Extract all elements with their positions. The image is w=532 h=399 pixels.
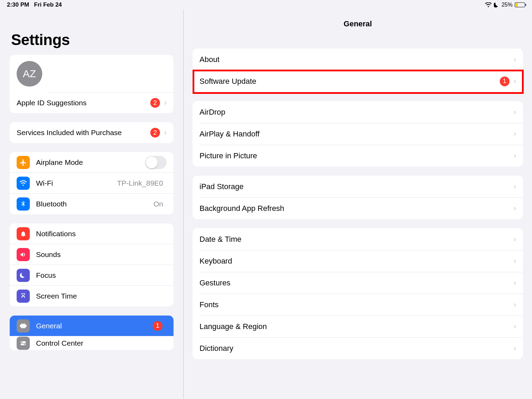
detail-title: General [193,10,523,48]
battery-pct: 25% [502,2,513,8]
switches-icon [17,337,30,350]
status-bar: 2:30 PM Fri Feb 24 25% [0,0,532,10]
fonts-row[interactable]: Fonts › [193,294,523,316]
storage-row[interactable]: iPad Storage › [193,176,523,197]
services-label: Services Included with Purchase [17,128,150,137]
chevron-right-icon: › [164,98,167,107]
bgrefresh-label: Background App Refresh [200,204,514,213]
dnd-moon-icon [494,2,499,8]
focus-label: Focus [36,271,167,280]
battery-icon [515,2,525,7]
dict-label: Dictionary [200,344,514,353]
datetime-row[interactable]: Date & Time › [193,228,523,250]
wifi-row[interactable]: Wi-Fi TP-Link_89E0 [10,173,174,194]
controlcenter-label: Control Center [36,339,167,347]
detail-group-about: About › Software Update 1 › [193,48,523,92]
airdrop-label: AirDrop [200,108,514,117]
controlcenter-row[interactable]: Control Center [10,336,174,350]
gear-icon [17,319,30,332]
general-card: General 1 Control Center [10,316,174,350]
chevron-right-icon: › [514,77,516,86]
wifi-icon [17,177,30,190]
gestures-label: Gestures [200,278,514,287]
pip-label: Picture in Picture [200,151,514,160]
wifi-icon [485,2,492,7]
fonts-label: Fonts [200,300,514,309]
lang-label: Language & Region [200,322,514,331]
chevron-right-icon: › [514,322,516,331]
notifications-row[interactable]: Notifications [10,223,174,244]
airdrop-row[interactable]: AirDrop › [193,101,523,123]
services-badge: 2 [150,128,160,138]
keyboard-label: Keyboard [200,257,514,266]
about-label: About [200,55,514,64]
general-row[interactable]: General 1 [10,316,174,336]
chevron-right-icon: › [164,128,167,137]
services-card: Services Included with Purchase 2 › [10,122,174,143]
services-row[interactable]: Services Included with Purchase 2 › [10,122,174,143]
keyboard-row[interactable]: Keyboard › [193,250,523,272]
detail-pane: General About › Software Update 1 › AirD… [184,10,532,399]
chevron-right-icon: › [514,182,516,191]
software-update-badge: 1 [500,77,509,86]
storage-label: iPad Storage [200,182,514,191]
detail-group-storage: iPad Storage › Background App Refresh › [193,176,523,219]
chevron-right-icon: › [514,344,516,353]
status-time: 2:30 PM [7,1,29,8]
pip-row[interactable]: Picture in Picture › [193,145,523,167]
general-label: General [36,322,153,330]
notifications-label: Notifications [36,230,167,238]
focus-row[interactable]: Focus [10,265,174,286]
settings-sidebar: Settings AZ Apple ID Suggestions 2 › Ser… [0,10,184,399]
apple-id-badge: 2 [150,98,160,108]
chevron-right-icon: › [514,108,516,117]
apple-id-suggestions-row[interactable]: Apple ID Suggestions 2 › [10,92,174,113]
screentime-label: Screen Time [36,292,167,300]
airplane-icon [17,156,30,169]
software-update-row[interactable]: Software Update 1 › [193,70,523,92]
airplane-toggle[interactable] [145,156,167,169]
chevron-right-icon: › [514,235,516,244]
lang-row[interactable]: Language & Region › [193,316,523,337]
about-row[interactable]: About › [193,48,523,70]
chevron-right-icon: › [514,300,516,309]
status-date: Fri Feb 24 [34,1,62,8]
airplane-label: Airplane Mode [36,158,145,167]
wifi-value: TP-Link_89E0 [117,179,163,187]
bgrefresh-row[interactable]: Background App Refresh › [193,197,523,219]
bluetooth-row[interactable]: Bluetooth On [10,194,174,214]
software-update-label: Software Update [200,77,500,86]
chevron-right-icon: › [514,257,516,266]
bell-icon [17,227,30,240]
chevron-right-icon: › [514,130,516,139]
airplay-row[interactable]: AirPlay & Handoff › [193,123,523,145]
detail-group-misc: Date & Time › Keyboard › Gestures › Font… [193,228,523,359]
gestures-row[interactable]: Gestures › [193,272,523,294]
general-badge: 1 [153,321,162,331]
page-title: Settings [11,31,174,48]
chevron-right-icon: › [514,204,516,213]
speaker-icon [17,248,30,261]
hourglass-icon [17,290,30,303]
wifi-label: Wi-Fi [36,179,117,187]
svg-point-2 [21,342,22,343]
svg-point-3 [24,344,25,345]
alerts-card: Notifications Sounds Focus Screen Time [10,223,174,307]
dict-row[interactable]: Dictionary › [193,337,523,359]
chevron-right-icon: › [514,55,516,64]
avatar: AZ [17,61,42,87]
airplay-label: AirPlay & Handoff [200,130,514,139]
sounds-label: Sounds [36,250,167,259]
chevron-right-icon: › [514,278,516,287]
apple-id-label: Apple ID Suggestions [17,99,150,107]
sounds-row[interactable]: Sounds [10,244,174,265]
detail-group-air: AirDrop › AirPlay & Handoff › Picture in… [193,101,523,167]
screentime-row[interactable]: Screen Time [10,286,174,307]
chevron-right-icon: › [514,151,516,160]
profile-row[interactable]: AZ [10,55,174,92]
bluetooth-value: On [153,200,163,208]
profile-card: AZ Apple ID Suggestions 2 › [10,55,174,113]
moon-icon [17,269,30,282]
datetime-label: Date & Time [200,235,514,244]
airplane-row[interactable]: Airplane Mode [10,152,174,173]
